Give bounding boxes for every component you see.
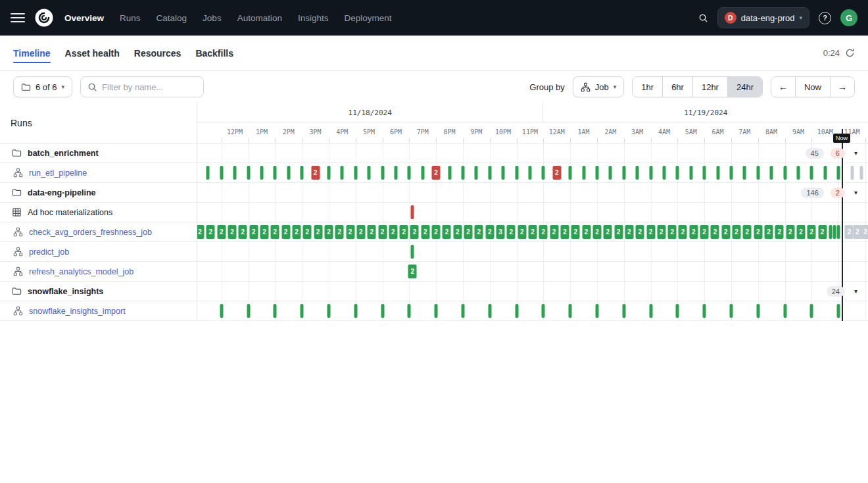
run-bar-success[interactable] (408, 166, 411, 180)
run-bar-success[interactable] (542, 304, 545, 318)
run-bar-success[interactable] (515, 304, 518, 318)
deployment-switcher[interactable]: D data-eng-prod ▾ (717, 7, 809, 28)
run-bar-success[interactable]: 2 (389, 225, 397, 239)
run-bar-success[interactable]: 2 (689, 225, 698, 239)
tab-resources[interactable]: Resources (134, 36, 181, 70)
run-bar-success[interactable] (582, 166, 585, 180)
run-bar-success[interactable]: 2 (249, 225, 258, 239)
run-bar-success[interactable]: 2 (604, 225, 612, 239)
run-bar-success[interactable]: 2 (646, 225, 655, 239)
refresh-button[interactable] (845, 48, 855, 58)
run-bar-success[interactable] (260, 166, 263, 180)
row-name[interactable]: Ad hoc materializations (28, 208, 112, 217)
run-bar-success[interactable] (435, 304, 438, 318)
help-button[interactable]: ? (819, 12, 831, 24)
user-avatar[interactable]: G (840, 9, 857, 26)
run-bar-success[interactable] (837, 304, 840, 318)
run-bar-success[interactable]: 2 (324, 225, 333, 239)
run-bar-success[interactable]: 2 (721, 225, 730, 239)
run-bar-success[interactable]: 2 (421, 225, 429, 239)
run-bar-success[interactable] (220, 304, 223, 318)
run-bar-success[interactable]: 2 (400, 225, 408, 239)
now-button[interactable]: Now (795, 77, 830, 97)
run-bar-success[interactable] (381, 304, 384, 318)
run-bar-success[interactable]: 2 (775, 225, 784, 239)
run-bar-success[interactable] (569, 304, 572, 318)
run-bar-success[interactable] (354, 166, 357, 180)
run-bar-success[interactable] (301, 166, 304, 180)
group-by-button[interactable]: Job ▾ (573, 76, 625, 97)
run-bar-success[interactable] (327, 166, 330, 180)
run-bar-success[interactable]: 2 (592, 225, 601, 239)
run-bar-success[interactable]: 2 (582, 225, 591, 239)
expand-toggle[interactable]: ▾ (852, 286, 860, 296)
run-bar-success[interactable]: 2 (281, 225, 290, 239)
run-bar-success[interactable] (823, 166, 827, 180)
run-bar-success[interactable] (368, 166, 371, 180)
run-bar-success[interactable]: 2 (464, 225, 473, 239)
run-bar-success[interactable] (247, 304, 250, 318)
run-bar-success[interactable]: 2 (239, 225, 247, 239)
run-bar-success[interactable]: 2 (206, 225, 215, 239)
expand-toggle[interactable]: ▾ (852, 188, 860, 197)
run-bar-success[interactable]: 2 (475, 225, 483, 239)
run-bar-success[interactable] (833, 225, 836, 239)
run-bar-success[interactable]: 2 (378, 225, 387, 239)
run-bar-success[interactable] (729, 166, 733, 180)
run-bar-success[interactable]: 2 (700, 225, 709, 239)
run-bar-success[interactable] (837, 225, 840, 239)
range-option-6hr[interactable]: 6hr (662, 77, 692, 97)
run-bar-success[interactable] (488, 304, 491, 318)
tab-asset-health[interactable]: Asset health (65, 36, 120, 70)
run-bar-success[interactable] (756, 304, 760, 318)
run-bar-success[interactable]: 2 (432, 225, 441, 239)
nav-item-deployment[interactable]: Deployment (344, 13, 391, 23)
run-bar-success[interactable]: 2 (550, 225, 558, 239)
nav-item-runs[interactable]: Runs (120, 13, 141, 23)
nav-item-overview[interactable]: Overview (64, 13, 104, 23)
run-bar-success[interactable] (448, 166, 451, 180)
run-bar-success[interactable] (461, 304, 464, 318)
run-bar-success[interactable] (649, 304, 652, 318)
dagster-logo[interactable] (34, 8, 54, 28)
run-bar-queued[interactable]: 2 (861, 225, 868, 239)
run-bar-success[interactable]: 2 (485, 225, 494, 239)
nav-item-automation[interactable]: Automation (237, 13, 282, 23)
job-link[interactable]: predict_job (29, 247, 69, 257)
scope-filter-button[interactable]: 6 of 6 ▾ (13, 76, 72, 97)
run-bar-success[interactable] (622, 166, 625, 180)
run-bar-success[interactable]: 2 (408, 265, 417, 278)
group-name[interactable]: batch_enrichment (28, 149, 99, 158)
run-bar-success[interactable] (716, 166, 719, 180)
run-bar-success[interactable]: 2 (571, 225, 580, 239)
run-bar-success[interactable] (796, 166, 800, 180)
run-bar-success[interactable] (609, 166, 612, 180)
run-bar-success[interactable] (461, 166, 464, 180)
run-bar-success[interactable] (783, 304, 786, 318)
run-bar-success[interactable]: 2 (410, 225, 419, 239)
run-bar-success[interactable]: 2 (314, 225, 322, 239)
run-bar-success[interactable] (381, 166, 384, 180)
run-bar-success[interactable]: 2 (786, 225, 794, 239)
run-bar-success[interactable] (770, 166, 773, 180)
job-link[interactable]: check_avg_orders_freshness_job (29, 228, 152, 237)
run-bar-success[interactable] (542, 166, 545, 180)
next-button[interactable]: → (830, 77, 854, 97)
run-bar-success[interactable] (287, 166, 290, 180)
range-option-24hr[interactable]: 24hr (727, 77, 762, 97)
run-bar-success[interactable] (810, 304, 813, 318)
run-bar-success[interactable] (411, 245, 414, 259)
run-bar-success[interactable]: 2 (797, 225, 806, 239)
run-bar-success[interactable]: 2 (507, 225, 516, 239)
nav-item-jobs[interactable]: Jobs (203, 13, 222, 23)
tab-backfills[interactable]: Backfills (195, 36, 233, 70)
run-bar-failure[interactable]: 2 (552, 166, 561, 180)
run-bar-success[interactable]: 2 (453, 225, 462, 239)
run-bar-success[interactable]: 2 (679, 225, 687, 239)
run-bar-success[interactable] (743, 166, 746, 180)
run-bar-success[interactable] (475, 166, 478, 180)
run-bar-success[interactable] (515, 166, 518, 180)
run-bar-success[interactable]: 2 (818, 225, 827, 239)
run-bar-queued[interactable]: 2 (845, 225, 854, 239)
run-bar-success[interactable] (689, 166, 692, 180)
